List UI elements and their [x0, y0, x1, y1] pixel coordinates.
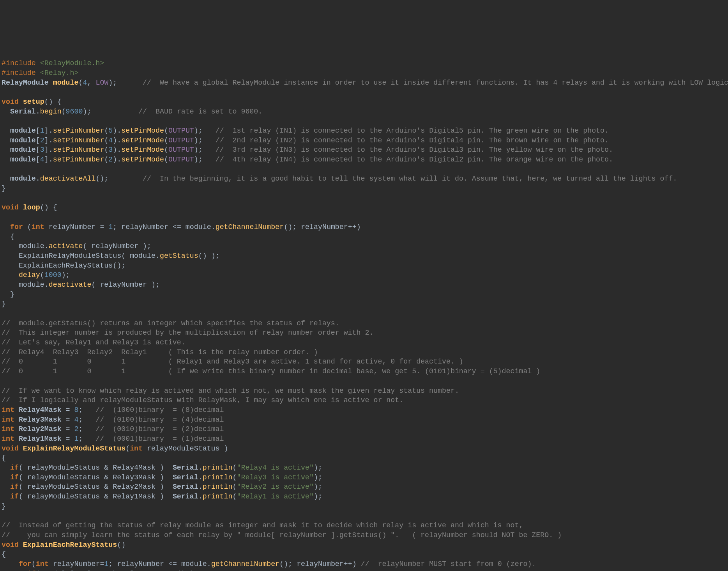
- code-line: if( relayModuleStatus & Relay2Mask ) Ser…: [2, 483, 322, 491]
- punctuation: .: [49, 156, 53, 163]
- indentation: [2, 570, 27, 571]
- punctuation: ): [155, 473, 173, 481]
- punctuation: );: [314, 464, 322, 472]
- code-line: }: [2, 300, 6, 308]
- number-literal: 9600: [66, 108, 83, 115]
- number-literal: 2: [108, 156, 113, 163]
- punctuation: (): [198, 252, 207, 260]
- punctuation: }: [2, 184, 6, 192]
- code-line: for(int relayNumber=1; relayNumber <= mo…: [2, 560, 536, 568]
- keyword: int: [2, 416, 19, 424]
- code-line: }: [2, 502, 6, 510]
- object-name: module: [186, 223, 211, 231]
- variable-name: relayNumber: [79, 570, 126, 571]
- punctuation: (): [177, 570, 186, 571]
- punctuation: }: [2, 300, 6, 308]
- punctuation: (: [83, 242, 91, 250]
- operator: ++: [344, 560, 352, 568]
- number-literal: 3: [40, 146, 44, 154]
- function-name: loop: [23, 204, 40, 211]
- punctuation: (: [19, 473, 27, 481]
- punctuation: }: [2, 502, 6, 510]
- punctuation: (: [19, 464, 27, 472]
- method-name: setPinMode: [121, 146, 164, 154]
- function-name: ExplainEachRelayStatus: [23, 541, 117, 549]
- comment: // relayNumber MUST start from 0 (zero).: [361, 560, 536, 568]
- punctuation: () {: [44, 98, 62, 106]
- comment: // (1000)binary = (8)decimal: [95, 406, 224, 414]
- punctuation: }: [2, 291, 14, 298]
- punctuation: );: [314, 473, 322, 481]
- operator: =: [62, 435, 74, 443]
- function-call: delay: [19, 271, 40, 279]
- code-line: module.deactivate( relayNumber );: [2, 281, 160, 289]
- indentation: [2, 281, 19, 289]
- punctuation: ;: [79, 435, 83, 443]
- code-line: // 0 1 0 1 ( If we write this binary num…: [2, 367, 540, 375]
- indentation: [2, 560, 19, 568]
- comment: // If we want to know which relay is act…: [2, 387, 459, 395]
- object-name: module: [44, 570, 70, 571]
- keyword: if: [2, 483, 19, 491]
- code-line: module[1].setPinNumber(5).setPinMode(OUT…: [2, 127, 609, 135]
- method-name: println: [203, 473, 233, 481]
- punctuation: .: [49, 137, 53, 144]
- punctuation: ): [220, 445, 228, 452]
- variable-name: Relay4Mask: [19, 406, 62, 414]
- keyword: int: [2, 406, 19, 414]
- spacing: [83, 435, 96, 443]
- punctuation: .: [117, 146, 121, 154]
- object-name: module: [10, 156, 36, 163]
- code-line: [2, 377, 6, 385]
- keyword: for: [10, 223, 27, 231]
- variable-name: relayModuleStatus: [27, 473, 100, 481]
- code-line: void ExplainEachRelayStatus(): [2, 541, 125, 549]
- indentation: [2, 175, 10, 183]
- punctuation: .: [36, 175, 40, 183]
- variable-name: relayModuleStatus: [27, 493, 100, 500]
- variable-name: relayNumber: [91, 242, 138, 250]
- number-literal: 8: [74, 406, 79, 414]
- spacing: [203, 127, 216, 135]
- method-name: getStatus: [160, 252, 198, 260]
- punctuation: [: [70, 570, 79, 571]
- comment: // 4th relay (IN4) is connected to the A…: [216, 156, 613, 163]
- variable-name: relayNumber: [301, 223, 348, 231]
- indentation: [2, 271, 19, 279]
- punctuation: ;: [108, 560, 117, 568]
- punctuation: [: [36, 137, 40, 144]
- code-line: [2, 117, 6, 125]
- variable-name: relayModuleStatus: [27, 464, 100, 472]
- punctuation: ();: [95, 175, 108, 183]
- variable-name: Relay4Mask: [113, 464, 155, 472]
- code-line: int Relay1Mask = 1; // (0001)binary = (1…: [2, 435, 224, 443]
- punctuation: ): [113, 156, 117, 163]
- method-name: getStatus: [138, 570, 177, 571]
- punctuation: .: [49, 146, 53, 154]
- punctuation: ;: [198, 137, 203, 144]
- punctuation: ): [155, 483, 173, 491]
- code-line: // module.getStatus() returns an integer…: [2, 319, 339, 327]
- method-name: deactivate: [49, 281, 92, 289]
- comment: // BAUD rate is set to 9600.: [138, 108, 262, 115]
- comment: // 0 1 0 1 ( Relay1 and Relay3 are activ…: [2, 358, 463, 365]
- code-line: ExplainEachRelayStatus();: [2, 262, 125, 270]
- number-literal: 1: [108, 223, 113, 231]
- variable-name: relayNumber: [117, 560, 164, 568]
- code-line: [2, 88, 6, 96]
- method-name: setPinMode: [121, 137, 164, 144]
- method-name: begin: [40, 108, 62, 115]
- function-name: ExplainRelayModuleStatus: [23, 445, 125, 452]
- constant: OUTPUT: [168, 156, 194, 163]
- code-editor[interactable]: #include <RelayModule.h> #include <Relay…: [2, 59, 726, 571]
- comment: // This integer number is produced by th…: [2, 329, 373, 337]
- indentation: [2, 108, 10, 115]
- punctuation: ;: [292, 223, 301, 231]
- punctuation: ]: [125, 570, 134, 571]
- constant: OUTPUT: [168, 146, 194, 154]
- punctuation: (: [121, 252, 130, 260]
- code-line: module[2].setPinNumber(4).setPinMode(OUT…: [2, 137, 609, 144]
- punctuation: ;: [198, 156, 203, 163]
- function-call: ExplainEachRelayStatus: [19, 262, 113, 270]
- method-name: setPinMode: [121, 127, 164, 135]
